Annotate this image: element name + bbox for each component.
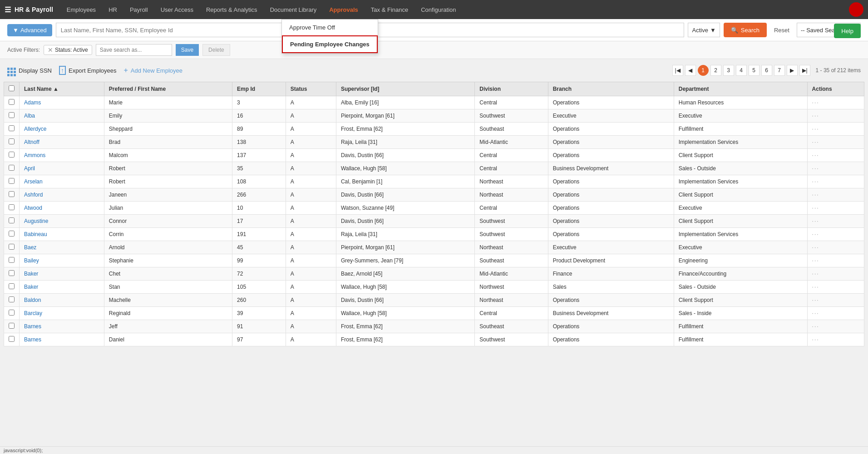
display-ssn-button[interactable]: Display SSN: [7, 63, 52, 78]
save-search-input[interactable]: [96, 44, 172, 56]
nav-item-payroll[interactable]: Payroll: [123, 0, 154, 19]
pagination-page-3[interactable]: 3: [723, 65, 734, 76]
remove-filter-icon[interactable]: ✕: [48, 46, 53, 54]
actions-menu[interactable]: ···: [812, 152, 819, 158]
save-filter-button[interactable]: Save: [176, 44, 199, 56]
last-name-link[interactable]: Baker: [24, 284, 38, 290]
last-name-link[interactable]: Barclay: [24, 310, 42, 316]
nav-item-approvals[interactable]: Approvals: [323, 0, 365, 19]
last-name-link[interactable]: Allerdyce: [24, 126, 46, 132]
actions-menu[interactable]: ···: [812, 139, 819, 145]
row-checkbox[interactable]: [9, 257, 15, 263]
actions-menu[interactable]: ···: [812, 244, 819, 251]
pagination-last-btn[interactable]: ▶|: [799, 65, 810, 76]
row-checkbox[interactable]: [9, 165, 15, 171]
last-name-link[interactable]: April: [24, 165, 35, 172]
approve-time-off-menu-item[interactable]: Approve Time Off: [282, 20, 378, 35]
actions-menu[interactable]: ···: [812, 297, 819, 303]
last-name-link[interactable]: Atwood: [24, 205, 42, 211]
row-checkbox[interactable]: [9, 244, 15, 250]
pagination-page-7[interactable]: 7: [774, 65, 785, 76]
reset-button[interactable]: Reset: [770, 25, 793, 35]
col-emp-id[interactable]: Emp Id: [232, 82, 286, 96]
last-name-link[interactable]: Baker: [24, 271, 38, 277]
search-button[interactable]: 🔍 Search: [724, 23, 767, 37]
nav-item-reports[interactable]: Reports & Analytics: [200, 0, 264, 19]
actions-menu[interactable]: ···: [812, 271, 819, 277]
pagination-page-1[interactable]: 1: [698, 65, 709, 76]
actions-menu[interactable]: ···: [812, 126, 819, 132]
select-all-checkbox[interactable]: [9, 85, 15, 91]
actions-menu[interactable]: ···: [812, 178, 819, 185]
nav-item-document-library[interactable]: Document Library: [264, 0, 323, 19]
pagination-first-btn[interactable]: |◀: [672, 65, 683, 76]
pagination-page-5[interactable]: 5: [749, 65, 760, 76]
row-checkbox[interactable]: [9, 323, 15, 329]
advanced-button[interactable]: ▼ Advanced: [7, 24, 52, 36]
last-name-link[interactable]: Baez: [24, 244, 36, 251]
pagination-next-btn[interactable]: ▶: [787, 65, 798, 76]
row-checkbox[interactable]: [9, 112, 15, 118]
last-name-link[interactable]: Altnoff: [24, 139, 39, 145]
actions-menu[interactable]: ···: [812, 205, 819, 211]
col-supervisor[interactable]: Supervisor [Id]: [336, 82, 474, 96]
last-name-link[interactable]: Ashford: [24, 192, 43, 198]
last-name-link[interactable]: Adams: [24, 99, 41, 106]
row-checkbox[interactable]: [9, 283, 15, 289]
row-checkbox[interactable]: [9, 217, 15, 223]
nav-item-configuration[interactable]: Configuration: [414, 0, 462, 19]
row-checkbox[interactable]: [9, 191, 15, 197]
actions-menu[interactable]: ···: [812, 336, 819, 343]
col-department[interactable]: Department: [674, 82, 807, 96]
status-filter-dropdown[interactable]: Active ▼: [688, 23, 720, 37]
col-status[interactable]: Status: [286, 82, 336, 96]
nav-item-hr[interactable]: HR: [102, 0, 123, 19]
nav-item-user-access[interactable]: User Access: [154, 0, 200, 19]
last-name-link[interactable]: Augustine: [24, 218, 48, 224]
pending-employee-changes-menu-item[interactable]: Pending Employee Changes: [282, 35, 378, 53]
pagination-page-6[interactable]: 6: [761, 65, 772, 76]
actions-menu[interactable]: ···: [812, 231, 819, 237]
col-division[interactable]: Division: [475, 82, 548, 96]
last-name-link[interactable]: Barnes: [24, 323, 41, 330]
col-preferred-name[interactable]: Preferred / First Name: [104, 82, 232, 96]
nav-item-employees[interactable]: Employees: [60, 0, 102, 19]
delete-filter-button[interactable]: Delete: [202, 44, 230, 56]
actions-menu[interactable]: ···: [812, 218, 819, 224]
row-checkbox[interactable]: [9, 204, 15, 210]
row-checkbox[interactable]: [9, 152, 15, 158]
actions-menu[interactable]: ···: [812, 323, 819, 330]
pagination-page-4[interactable]: 4: [736, 65, 747, 76]
row-checkbox[interactable]: [9, 270, 15, 276]
row-checkbox[interactable]: [9, 296, 15, 302]
actions-menu[interactable]: ···: [812, 99, 819, 106]
row-checkbox[interactable]: [9, 178, 15, 184]
pagination-page-2[interactable]: 2: [710, 65, 721, 76]
last-name-link[interactable]: Arselan: [24, 178, 43, 185]
export-employees-button[interactable]: ↑ Export Employees: [59, 64, 117, 77]
last-name-link[interactable]: Baldon: [24, 297, 41, 303]
row-checkbox[interactable]: [9, 336, 15, 342]
hamburger-icon[interactable]: ☰: [5, 5, 11, 14]
actions-menu[interactable]: ···: [812, 192, 819, 198]
col-last-name[interactable]: Last Name ▲: [20, 82, 104, 96]
brand[interactable]: ☰ HR & Payroll: [5, 5, 60, 14]
actions-menu[interactable]: ···: [812, 113, 819, 119]
last-name-link[interactable]: Bailey: [24, 257, 39, 264]
help-button[interactable]: Help: [834, 24, 861, 38]
row-checkbox[interactable]: [9, 310, 15, 316]
actions-menu[interactable]: ···: [812, 310, 819, 316]
row-checkbox[interactable]: [9, 231, 15, 237]
col-branch[interactable]: Branch: [548, 82, 674, 96]
row-checkbox[interactable]: [9, 138, 15, 144]
actions-menu[interactable]: ···: [812, 257, 819, 264]
user-avatar[interactable]: [849, 2, 863, 17]
row-checkbox[interactable]: [9, 125, 15, 131]
nav-item-tax-finance[interactable]: Tax & Finance: [365, 0, 414, 19]
last-name-link[interactable]: Alba: [24, 113, 35, 119]
last-name-link[interactable]: Babineau: [24, 231, 47, 237]
last-name-link[interactable]: Barnes: [24, 336, 41, 343]
actions-menu[interactable]: ···: [812, 165, 819, 172]
add-new-employee-button[interactable]: + Add New Employee: [123, 64, 182, 76]
row-checkbox[interactable]: [9, 99, 15, 105]
